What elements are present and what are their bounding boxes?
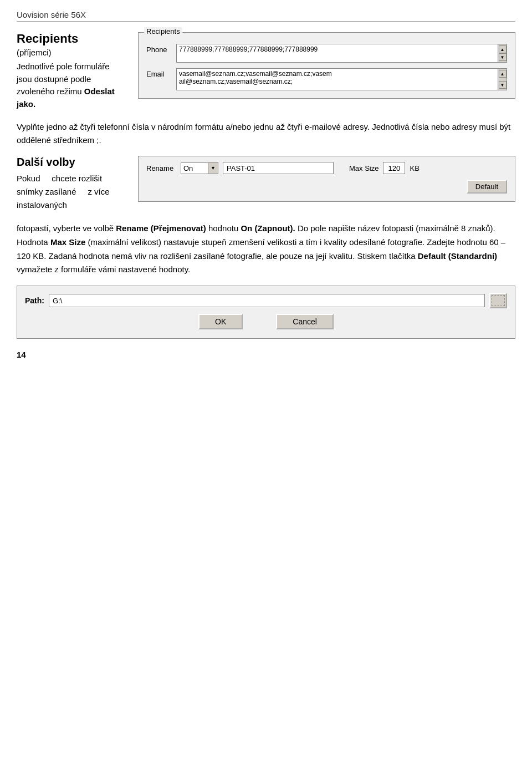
path-panel: Path: OK Cancel	[17, 286, 515, 339]
paragraph1: Vyplňte jedno až čtyři telefonní čísla v…	[17, 120, 515, 147]
rename-row: Rename On ▼ Max Size KB	[146, 162, 507, 174]
rename-select-wrapper: On ▼	[181, 162, 218, 174]
phone-scroll-down[interactable]: ▼	[499, 53, 507, 61]
phone-row: Phone 777888999;777888999;777888999;7778…	[146, 44, 507, 63]
dalsi-description: Pokud chcete rozlišit snímky zasílané z …	[17, 172, 125, 212]
phone-field-container: 777888999;777888999;777888999;777888999 …	[176, 44, 507, 63]
dalsi-left: Další volby Pokud chcete rozlišit snímky…	[17, 156, 125, 212]
path-row: Path:	[25, 293, 507, 308]
dalsi-right: Rename On ▼ Max Size KB Default	[138, 156, 515, 212]
paragraph1-text: Vyplňte jedno až čtyři telefonní čísla v…	[17, 120, 515, 147]
maxsize-field[interactable]	[383, 162, 405, 174]
ok-button[interactable]: OK	[198, 314, 243, 329]
recipients-panel: Recipients Phone 777888999;777888999;777…	[138, 32, 515, 99]
email-scroll-down[interactable]: ▼	[499, 81, 507, 89]
browse-button-inner	[492, 295, 505, 306]
dalsi-heading: Další volby	[17, 156, 125, 169]
email-scrollbar[interactable]: ▲ ▼	[498, 68, 507, 90]
rename-panel: Rename On ▼ Max Size KB Default	[138, 156, 515, 202]
rename-label: Rename	[146, 164, 176, 172]
default-button-container: Default	[146, 180, 507, 194]
maxsize-label: Max Size	[349, 164, 378, 172]
recipients-subheading: (příjemci)	[17, 48, 125, 57]
email-scroll-up[interactable]: ▲	[499, 70, 507, 78]
phone-label: Phone	[146, 44, 172, 54]
body-text: fotopastí, vyberte ve volbě Rename (Přej…	[17, 222, 515, 277]
default-button[interactable]: Default	[467, 180, 507, 194]
rename-select[interactable]: On	[181, 162, 208, 174]
email-field-container: vasemail@seznam.cz;vasemail@seznam.cz;va…	[176, 68, 507, 90]
phone-scrollbar[interactable]: ▲ ▼	[498, 44, 507, 63]
page-number: 14	[17, 350, 515, 359]
rename-dropdown-button[interactable]: ▼	[208, 162, 218, 174]
recipients-heading: Recipients	[17, 32, 125, 45]
phone-scroll-up[interactable]: ▲	[499, 45, 507, 53]
recipients-description: Jednotlivé pole formuláře jsou dostupné …	[17, 60, 125, 110]
cancel-button[interactable]: Cancel	[276, 314, 334, 329]
phone-field[interactable]: 777888999;777888999;777888999;777888999	[176, 44, 498, 63]
ok-cancel-row: OK Cancel	[25, 314, 507, 329]
body-text-para: fotopastí, vyberte ve volbě Rename (Přej…	[17, 222, 515, 277]
recipients-section: Recipients (příjemci) Jednotlivé pole fo…	[17, 32, 515, 110]
recipients-left-text: Recipients (příjemci) Jednotlivé pole fo…	[17, 32, 125, 110]
kb-label: KB	[410, 164, 419, 172]
recipients-panel-title: Recipients	[144, 27, 182, 35]
email-label: Email	[146, 68, 172, 78]
email-row: Email vasemail@seznam.cz;vasemail@seznam…	[146, 68, 507, 90]
recipients-panel-container: Recipients Phone 777888999;777888999;777…	[138, 32, 515, 110]
header-title: Uovision série 56X	[17, 10, 515, 22]
email-field[interactable]: vasemail@seznam.cz;vasemail@seznam.cz;va…	[176, 68, 498, 90]
rename-text-field[interactable]	[223, 162, 334, 174]
browse-button[interactable]	[489, 293, 507, 308]
dalsi-section: Další volby Pokud chcete rozlišit snímky…	[17, 156, 515, 212]
path-field[interactable]	[49, 294, 485, 307]
path-label: Path:	[25, 296, 44, 305]
